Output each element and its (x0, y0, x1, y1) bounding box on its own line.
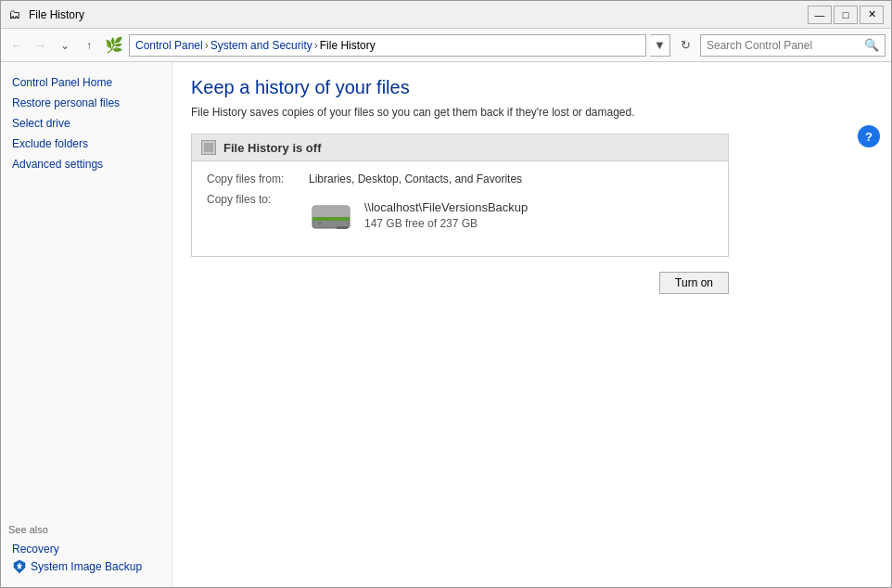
svg-rect-5 (312, 217, 350, 221)
sidebar-item-select-drive[interactable]: Select drive (8, 114, 164, 133)
status-text: File History is off (223, 141, 321, 155)
address-bar: ← → ⌄ ↑ 🌿 Control Panel › System and Sec… (1, 29, 891, 62)
svg-rect-4 (312, 206, 350, 219)
title-bar: 🗂 File History — □ ✕ (1, 1, 891, 29)
copy-from-label: Copy files from: (207, 173, 309, 185)
window: 🗂 File History — □ ✕ ← → ⌄ ↑ 🌿 Control P… (0, 0, 892, 588)
content-panel: Keep a history of your files File Histor… (172, 62, 891, 587)
window-controls: — □ ✕ (808, 6, 884, 24)
breadcrumb-current: File History (320, 39, 376, 52)
shield-icon (12, 559, 27, 574)
status-header: File History is off (192, 134, 728, 161)
copy-from-value: Libraries, Desktop, Contacts, and Favori… (309, 173, 713, 185)
minimize-button[interactable]: — (808, 6, 832, 24)
search-input[interactable] (707, 39, 864, 52)
sidebar-item-exclude-folders[interactable]: Exclude folders (8, 134, 164, 153)
status-indicator (201, 140, 216, 155)
drive-info: \\localhost\FileVersionsBackup 147 GB fr… (309, 193, 528, 237)
breadcrumb: Control Panel › System and Security › Fi… (129, 34, 646, 57)
page-title: Keep a history of your files (191, 77, 873, 98)
search-icon[interactable]: 🔍 (864, 38, 879, 52)
drive-details: \\localhost\FileVersionsBackup 147 GB fr… (364, 200, 528, 230)
status-off-icon (204, 143, 213, 152)
folder-icon: 🌿 (105, 36, 123, 54)
back-button[interactable]: ← (6, 35, 27, 56)
status-body: Copy files from: Libraries, Desktop, Con… (192, 161, 728, 256)
sidebar-see-also: See also Recovery System Image Backup (8, 520, 164, 576)
sidebar-item-advanced-settings[interactable]: Advanced settings (8, 155, 164, 173)
forward-button[interactable]: → (31, 35, 51, 56)
close-button[interactable]: ✕ (860, 6, 884, 24)
page-description: File History saves copies of your files … (191, 106, 873, 119)
search-box: 🔍 (700, 34, 886, 57)
sidebar: Control Panel Home Restore personal file… (1, 62, 172, 587)
up-button[interactable]: ↑ (79, 35, 99, 56)
address-dropdown-button[interactable]: ▼ (650, 34, 670, 57)
sidebar-nav: Control Panel Home Restore personal file… (8, 73, 164, 175)
see-also-links: Recovery System Image Backup (8, 541, 164, 576)
see-also-title: See also (8, 524, 164, 535)
maximize-button[interactable]: □ (834, 6, 858, 24)
copy-from-row: Copy files from: Libraries, Desktop, Con… (207, 173, 713, 185)
sidebar-item-recovery[interactable]: Recovery (8, 541, 164, 557)
sidebar-item-restore-files[interactable]: Restore personal files (8, 94, 164, 112)
svg-point-7 (318, 222, 322, 225)
status-box: File History is off Copy files from: Lib… (191, 134, 729, 257)
actions-row: Turn on (191, 272, 729, 294)
breadcrumb-control-panel[interactable]: Control Panel (135, 39, 203, 52)
sidebar-item-system-image-backup[interactable]: System Image Backup (8, 557, 164, 576)
drive-space: 147 GB free of 237 GB (364, 217, 528, 230)
turn-on-button[interactable]: Turn on (659, 272, 729, 294)
drive-icon (309, 193, 353, 237)
svg-rect-6 (337, 226, 348, 229)
drive-path: \\localhost\FileVersionsBackup (364, 200, 528, 214)
sidebar-item-control-panel-home[interactable]: Control Panel Home (8, 73, 164, 92)
copy-to-row: Copy files to: (207, 193, 713, 237)
svg-rect-2 (204, 143, 213, 152)
help-button[interactable]: ? (858, 125, 880, 147)
refresh-button[interactable]: ↻ (674, 34, 696, 57)
main-content: ? Control Panel Home Restore personal fi… (1, 62, 891, 587)
copy-to-label: Copy files to: (207, 193, 309, 237)
window-icon: 🗂 (8, 7, 23, 22)
breadcrumb-system-security[interactable]: System and Security (210, 39, 312, 52)
down-arrow-button[interactable]: ⌄ (55, 35, 75, 56)
window-title: File History (29, 8, 808, 21)
